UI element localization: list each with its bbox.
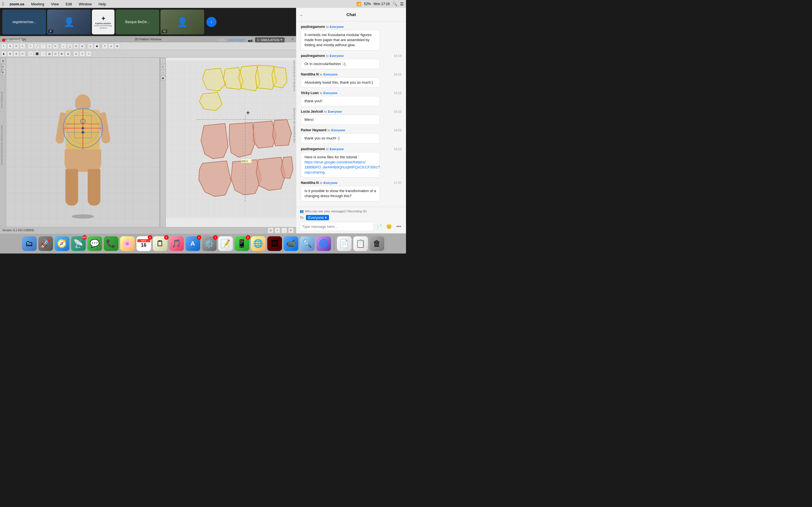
participant-segolenechav[interactable]: segolenechav... xyxy=(2,10,46,34)
zoom-icon: 📹 xyxy=(286,239,296,248)
more-options-button[interactable]: ••• xyxy=(395,223,403,230)
menubar-wifi[interactable]: 📶 xyxy=(356,2,361,6)
tool2-5[interactable]: □ xyxy=(28,51,34,57)
dock-calendar[interactable]: OCT 16 3 xyxy=(137,236,151,251)
file-attach-button[interactable]: 📄 xyxy=(375,223,384,230)
dock-airdrop[interactable]: 📡 437 xyxy=(71,236,86,251)
emoji-button[interactable]: 🙂 xyxy=(385,223,393,230)
next-participants-button[interactable]: › xyxy=(206,17,216,27)
2d-sidebar-icon-4[interactable]: ▣ xyxy=(160,75,165,80)
camera-icon[interactable]: 📷 xyxy=(248,38,253,42)
menubar-battery: 52% xyxy=(364,2,371,6)
tool2-11[interactable]: ◈ xyxy=(65,51,71,57)
2d-sidebar-icon-2[interactable]: ⊙ xyxy=(160,64,165,69)
chat-time-6: 16:22 xyxy=(394,128,402,132)
menu-help[interactable]: Help xyxy=(97,1,107,7)
messages-icon: 💬 xyxy=(90,239,100,248)
tool-text[interactable]: T xyxy=(102,43,108,49)
tool-seam[interactable]: ⊡ xyxy=(73,43,79,49)
tool-edit[interactable]: ✏ xyxy=(53,43,58,49)
dock-chrome[interactable]: 🌐 xyxy=(251,236,266,251)
menu-view[interactable]: View xyxy=(50,1,60,7)
tool2-10[interactable]: ⊠ xyxy=(59,51,64,57)
dock-music[interactable]: 🎵 xyxy=(169,236,184,251)
menu-window[interactable]: Window xyxy=(78,1,93,7)
dock-launchpad[interactable]: 🚀 xyxy=(38,236,53,251)
to-dropdown-button[interactable]: Everyone ▾ xyxy=(306,215,329,220)
right-sidebar: NAVIGATEUR D'OBJETS ÉDITEUR DE PROPRIÉTÉ… xyxy=(290,57,296,227)
dock-whatsapp[interactable]: 📱 2 xyxy=(235,236,249,251)
tool2-9[interactable]: ⊡ xyxy=(53,51,58,57)
tool2-7[interactable]: ⬜ xyxy=(40,51,46,57)
dock-photos[interactable]: 🌸 xyxy=(120,236,135,251)
tool2-4[interactable]: ⊙ xyxy=(20,51,26,57)
tool-pin[interactable]: ⊕ xyxy=(80,43,85,49)
fabricademy-logo: ✦ FABRICADEMY textile and technology aca… xyxy=(92,15,114,29)
dock-sysprefs[interactable]: ⚙️ 1 xyxy=(202,236,216,251)
tool-scale[interactable]: ⤡ xyxy=(20,43,26,49)
tutorial-link[interactable]: https://drive.google.com/drive/folders/ … xyxy=(305,160,380,174)
dock-safari[interactable]: 🧭 xyxy=(55,236,69,251)
tool2-13[interactable]: ▽ xyxy=(80,51,85,57)
tool-select[interactable]: ↖ xyxy=(1,43,7,49)
dock-notes[interactable]: 🗒 5 xyxy=(153,236,167,251)
tool-measure[interactable]: ⌐ xyxy=(61,43,66,49)
dock-doc1[interactable]: 📄 xyxy=(337,236,352,251)
dock-photobooth[interactable]: 🖼 xyxy=(267,236,282,251)
chat-collapse-button[interactable]: ⌄ xyxy=(300,12,303,17)
tool2-14[interactable]: ⊸ xyxy=(86,51,91,57)
appstore-icon: A xyxy=(191,240,195,247)
tool-ruler[interactable]: ⊞ xyxy=(114,43,120,49)
menu-edit[interactable]: Edit xyxy=(64,1,73,7)
participant-fabricademy[interactable]: ✦ FABRICADEMY textile and technology aca… xyxy=(92,10,114,34)
tool-line[interactable]: ╱ xyxy=(34,43,40,49)
dock-appstore[interactable]: A 1 xyxy=(186,236,200,251)
expand-icon[interactable]: ⤢ xyxy=(291,37,294,41)
menubar-notif[interactable]: ☰ xyxy=(400,2,404,6)
toolbar-sep-3 xyxy=(86,44,87,48)
tool-note[interactable]: A xyxy=(108,43,114,49)
tool2-6[interactable]: ⬛ xyxy=(34,51,40,57)
dock-finder[interactable]: 🗂 xyxy=(22,236,37,251)
app-name[interactable]: zoom.us xyxy=(8,1,26,7)
tool2-8[interactable]: ▧ xyxy=(47,51,52,57)
2d-sidebar-icon-3[interactable]: □ xyxy=(160,70,165,75)
tool-move[interactable]: ✦ xyxy=(7,43,13,49)
menu-meeting[interactable]: Meeting xyxy=(30,1,45,7)
dock-zoom[interactable]: 📹 xyxy=(284,236,298,251)
participant-headset[interactable]: 👤 🎙 xyxy=(47,10,91,34)
tool2-12[interactable]: ◎ xyxy=(73,51,79,57)
dock-trash[interactable]: 🗑 xyxy=(370,236,384,251)
dock-textedit[interactable]: 📝 xyxy=(218,236,233,251)
3d-view[interactable]: + xyxy=(6,57,160,227)
2d-sidebar-icon-1[interactable]: ↕ xyxy=(160,59,165,64)
message-input[interactable] xyxy=(300,222,374,231)
participant-basque[interactable]: Basque BioDe... xyxy=(116,10,159,34)
tool-sim[interactable]: ▷ xyxy=(88,43,93,49)
dock-other1[interactable]: 🔍 xyxy=(300,236,315,251)
zoom-fit-btn[interactable]: ⊡ xyxy=(268,228,273,233)
2d-pattern-view[interactable]: + xyxy=(160,57,296,227)
chat-messages-area[interactable]: paulinegamore to Everyone It reminds me … xyxy=(296,21,406,207)
dock-messages[interactable]: 💬 xyxy=(87,236,102,251)
dock-other2[interactable]: 🌀 xyxy=(316,236,331,251)
notes-badge: 5 xyxy=(164,235,168,240)
dock-doc2[interactable]: 📋 xyxy=(353,236,368,251)
zoom-in-btn[interactable]: + xyxy=(274,228,280,233)
tool2-3[interactable]: ⊘ xyxy=(13,51,19,57)
zoom-out-btn[interactable]: - xyxy=(282,228,287,233)
tool2-2[interactable]: ⊗ xyxy=(7,51,13,57)
tool-shape[interactable]: ◇ xyxy=(47,43,52,49)
tool-rotate[interactable]: ⟳ xyxy=(13,43,19,49)
tool-add[interactable]: + xyxy=(28,43,34,49)
tool-curve[interactable]: ⌒ xyxy=(40,43,46,49)
participant-glasses[interactable]: 👤 📷 xyxy=(160,10,204,34)
menubar-search[interactable]: 🔍 xyxy=(393,2,397,6)
tool-record[interactable]: ⏹ xyxy=(94,43,100,49)
reset-view-btn[interactable]: ⟳ xyxy=(288,228,294,233)
tool2-1[interactable]: ◧ xyxy=(1,51,7,57)
apple-menu[interactable]:  xyxy=(2,1,4,6)
dock-facetime[interactable]: 📞 xyxy=(104,236,118,251)
tool-dart[interactable]: △ xyxy=(67,43,73,49)
simulation-button[interactable]: ▷ SIMULATION ▾ xyxy=(255,37,285,43)
